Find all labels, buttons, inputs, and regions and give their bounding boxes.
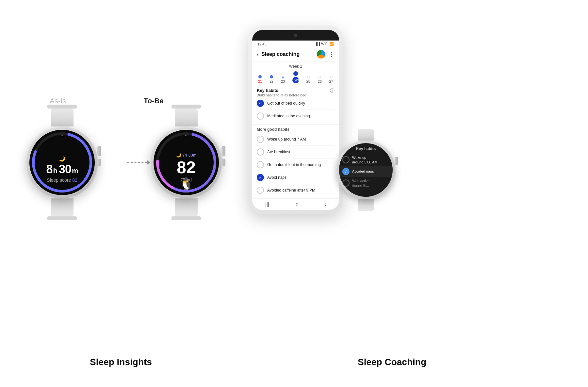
more-check-2 <box>257 148 264 156</box>
habit-text-1: Got out of bed quickly <box>267 101 305 106</box>
small-watch-crown <box>395 157 398 165</box>
back-button[interactable]: ‹ <box>257 51 259 58</box>
day-21[interactable]: 21 <box>258 75 262 83</box>
more-habits-section: More good habits Woke up around 7 AM Ate… <box>252 125 339 198</box>
daynum-22: 22 <box>270 79 273 83</box>
penguin-icon: 🐧 <box>179 177 194 191</box>
dot-27 <box>330 76 333 78</box>
band-bottom-2 <box>172 216 201 220</box>
band-strap-top <box>51 109 74 126</box>
arrow-head <box>147 160 150 165</box>
kh-text-2: Avoided naps <box>352 169 374 174</box>
app-header-left: ‹ Sleep coaching <box>257 51 300 58</box>
daynum-24: 10/24 <box>292 77 299 83</box>
habits-subtitle: Build habits to relax before bed <box>257 93 306 97</box>
dot-22 <box>270 75 273 78</box>
day-25[interactable]: 25 <box>306 76 310 83</box>
daynum-27: 27 <box>329 79 333 83</box>
arrow-line <box>127 162 147 163</box>
week-label: Week 2 <box>257 64 335 69</box>
phone-inner: 12:45 ▐▐ WiFi 📶 ‹ Sleep coaching ⋮ Week … <box>252 30 339 210</box>
dot-24 <box>293 71 298 76</box>
band-bottom <box>47 216 77 220</box>
asis-label: As-Is <box>50 97 66 105</box>
app-logo <box>317 50 325 59</box>
band-top-2 <box>172 105 201 109</box>
tobe-label: To-Be <box>144 97 164 105</box>
band-top <box>47 105 77 109</box>
sleep-coaching-label: Sleep Coaching <box>294 357 490 367</box>
watch-crown2 <box>97 159 101 166</box>
kh-item-2: ✓ Avoided naps <box>339 166 393 177</box>
day-row: 21 22 23 10/24 <box>257 71 335 83</box>
day-22[interactable]: 22 <box>270 75 273 83</box>
watch-tobe: 12 🌙 7h 30m 82 Good 🐧 <box>150 105 222 220</box>
watch-screen-asis: 12 🌙 8h 30m Sleep score 82 <box>29 130 95 195</box>
small-watch-outer: Key habits Woke uparound 5:00 AM ✓ Avoid… <box>336 129 395 211</box>
kh-title: Key habits <box>356 146 376 151</box>
info-button[interactable]: ⓘ <box>330 88 335 94</box>
phone-camera <box>294 34 297 37</box>
kh-item-3: Was activeduring th... <box>339 177 393 190</box>
band-strap-bottom <box>51 198 74 216</box>
habits-title: Key habits <box>257 88 306 93</box>
watch-body-2: 12 🌙 7h 30m 82 Good 🐧 <box>150 126 222 198</box>
app-header: ‹ Sleep coaching ⋮ <box>252 47 339 61</box>
status-icons: ▐▐ WiFi 📶 <box>315 42 334 46</box>
more-text-2: Ate breakfast <box>267 150 290 154</box>
habits-title-group: Key habits Build habits to relax before … <box>257 88 306 97</box>
habit-check-1: ✓ <box>257 100 264 107</box>
habit-check-2 <box>257 112 264 120</box>
small-watch-body: Key habits Woke uparound 5:00 AM ✓ Avoid… <box>336 141 395 199</box>
day-24[interactable]: 10/24 <box>292 71 299 83</box>
dot-21 <box>258 75 262 78</box>
habit-text-2: Meditated in the evening <box>267 114 310 118</box>
phone-notch <box>252 30 339 41</box>
week-selector: Week 2 21 22 23 <box>252 61 339 85</box>
small-band-top <box>358 129 374 141</box>
watch-body: 12 🌙 8h 30m Sleep score 82 <box>26 126 98 198</box>
kh-item-1: Woke uparound 5:00 AM <box>339 154 393 166</box>
day-27[interactable]: 27 <box>329 76 333 83</box>
more-habit-5: Avoided caffeine after 9 PM <box>257 184 335 196</box>
more-habits-title: More good habits <box>257 127 335 132</box>
more-check-4: ✓ <box>257 174 264 181</box>
dot-25 <box>307 76 310 78</box>
habits-header: Key habits Build habits to relax before … <box>257 88 335 97</box>
watch-crown-3 <box>221 146 225 156</box>
more-check-3 <box>257 161 264 168</box>
watch-asis: 12 🌙 8h 30m Sleep score 82 <box>26 105 98 220</box>
nav-menu[interactable]: ||| <box>265 201 269 207</box>
kh-text-1: Woke uparound 5:00 AM <box>352 155 378 165</box>
more-check-1 <box>257 136 264 143</box>
habit-item-2: Meditated in the evening <box>257 110 335 122</box>
watch-arc-svg <box>29 130 95 195</box>
app-title: Sleep coaching <box>261 51 300 57</box>
more-text-4: Avoid naps <box>267 175 286 180</box>
more-text-1: Woke up around 7 AM <box>267 137 306 142</box>
kh-circle-1 <box>342 156 350 163</box>
day-23[interactable]: 23 <box>281 76 285 83</box>
daynum-21: 21 <box>258 79 262 83</box>
sleep-insights-label: Sleep Insights <box>26 357 216 367</box>
habit-item-1: ✓ Got out of bed quickly <box>257 97 335 110</box>
nav-back[interactable]: ‹ <box>324 201 326 207</box>
more-text-3: Got natural light in the morning <box>267 162 321 167</box>
more-habit-4: ✓ Avoid naps <box>257 171 335 184</box>
watch-crown-4 <box>221 159 225 166</box>
band-strap-bottom-2 <box>175 198 198 216</box>
daynum-25: 25 <box>306 79 310 83</box>
phone-status-bar: 12:45 ▐▐ WiFi 📶 <box>252 41 339 47</box>
daynum-23: 23 <box>281 79 285 83</box>
more-habit-2: Ate breakfast <box>257 146 335 159</box>
key-habits-section: Key habits Build habits to relax before … <box>252 85 339 125</box>
watch-screen-tobe: 12 🌙 7h 30m 82 Good 🐧 <box>154 130 219 195</box>
nav-home[interactable]: ○ <box>295 201 299 207</box>
kh-text-3: Was activeduring th... <box>352 178 369 188</box>
small-watch-screen: Key habits Woke uparound 5:00 AM ✓ Avoid… <box>339 143 393 197</box>
day-26[interactable]: 26 <box>318 76 322 83</box>
band-strap-top-2 <box>175 109 198 126</box>
more-habit-3: Got natural light in the morning <box>257 159 335 171</box>
daynum-26: 26 <box>318 79 322 83</box>
more-button[interactable]: ⋮ <box>329 51 335 58</box>
